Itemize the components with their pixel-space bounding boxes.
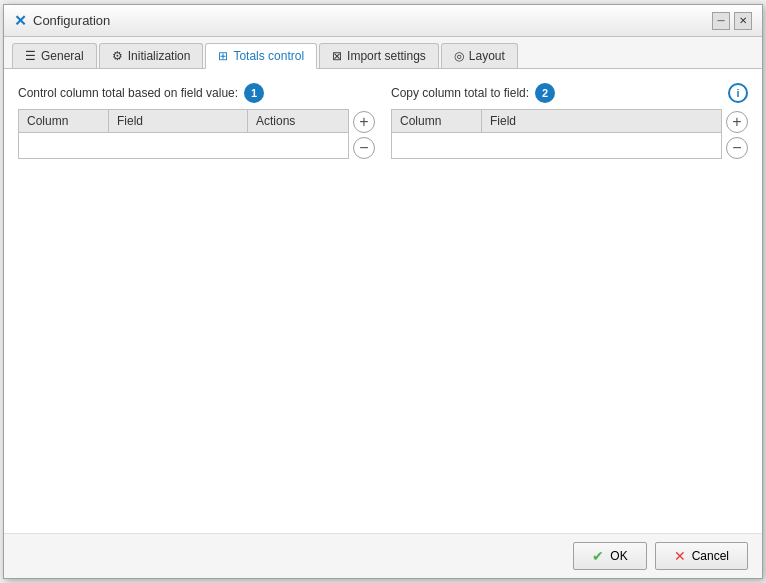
right-panel: Copy column total to field: 2 i Column F… (391, 83, 748, 519)
main-content: Control column total based on field valu… (4, 69, 762, 533)
right-table: Column Field (391, 109, 722, 159)
left-panel: Control column total based on field valu… (18, 83, 375, 519)
left-panel-badge: 1 (244, 83, 264, 103)
footer: ✔ OK ✕ Cancel (4, 533, 762, 578)
right-col-field: Field (482, 110, 721, 132)
left-add-button[interactable]: + (353, 111, 375, 133)
configuration-window: ✕ Configuration ─ ✕ ☰ General ⚙ Initiali… (3, 4, 763, 579)
right-table-area: Column Field (391, 109, 722, 159)
general-tab-icon: ☰ (25, 49, 36, 63)
window-controls: ─ ✕ (712, 12, 752, 30)
left-panel-body: Column Field Actions + − (18, 109, 375, 159)
right-panel-header: Copy column total to field: 2 i (391, 83, 748, 103)
right-panel-label: Copy column total to field: (391, 86, 529, 100)
left-table-area: Column Field Actions (18, 109, 349, 159)
tabs-bar: ☰ General ⚙ Initialization ⊞ Totals cont… (4, 37, 762, 69)
totals-control-tab-icon: ⊞ (218, 49, 228, 63)
info-button[interactable]: i (728, 83, 748, 103)
app-icon: ✕ (14, 12, 27, 30)
right-table-header: Column Field (392, 110, 721, 133)
right-panel-body: Column Field + − (391, 109, 748, 159)
right-side-buttons: + − (726, 109, 748, 159)
tab-general[interactable]: ☰ General (12, 43, 97, 68)
title-bar-left: ✕ Configuration (14, 12, 110, 30)
left-remove-button[interactable]: − (353, 137, 375, 159)
tab-initialization[interactable]: ⚙ Initialization (99, 43, 204, 68)
cancel-label: Cancel (692, 549, 729, 563)
tab-import-settings[interactable]: ⊠ Import settings (319, 43, 439, 68)
right-remove-button[interactable]: − (726, 137, 748, 159)
layout-tab-icon: ◎ (454, 49, 464, 63)
right-table-body (392, 133, 721, 158)
close-button[interactable]: ✕ (734, 12, 752, 30)
left-panel-label: Control column total based on field valu… (18, 86, 238, 100)
tab-layout[interactable]: ◎ Layout (441, 43, 518, 68)
ok-label: OK (610, 549, 627, 563)
left-panel-header: Control column total based on field valu… (18, 83, 375, 103)
ok-button[interactable]: ✔ OK (573, 542, 646, 570)
initialization-tab-icon: ⚙ (112, 49, 123, 63)
left-col-field: Field (109, 110, 248, 132)
import-settings-tab-icon: ⊠ (332, 49, 342, 63)
ok-icon: ✔ (592, 548, 604, 564)
tab-general-label: General (41, 49, 84, 63)
left-table-header: Column Field Actions (19, 110, 348, 133)
minimize-button[interactable]: ─ (712, 12, 730, 30)
left-table: Column Field Actions (18, 109, 349, 159)
right-col-column: Column (392, 110, 482, 132)
right-panel-badge: 2 (535, 83, 555, 103)
left-col-actions: Actions (248, 110, 348, 132)
tab-totals-control[interactable]: ⊞ Totals control (205, 43, 317, 69)
left-col-column: Column (19, 110, 109, 132)
tab-import-settings-label: Import settings (347, 49, 426, 63)
window-title: Configuration (33, 13, 110, 28)
left-side-buttons: + − (353, 109, 375, 159)
panels-row: Control column total based on field valu… (18, 83, 748, 519)
cancel-icon: ✕ (674, 548, 686, 564)
cancel-button[interactable]: ✕ Cancel (655, 542, 748, 570)
left-table-body (19, 133, 348, 158)
tab-initialization-label: Initialization (128, 49, 191, 63)
tab-totals-control-label: Totals control (233, 49, 304, 63)
tab-layout-label: Layout (469, 49, 505, 63)
right-add-button[interactable]: + (726, 111, 748, 133)
title-bar: ✕ Configuration ─ ✕ (4, 5, 762, 37)
